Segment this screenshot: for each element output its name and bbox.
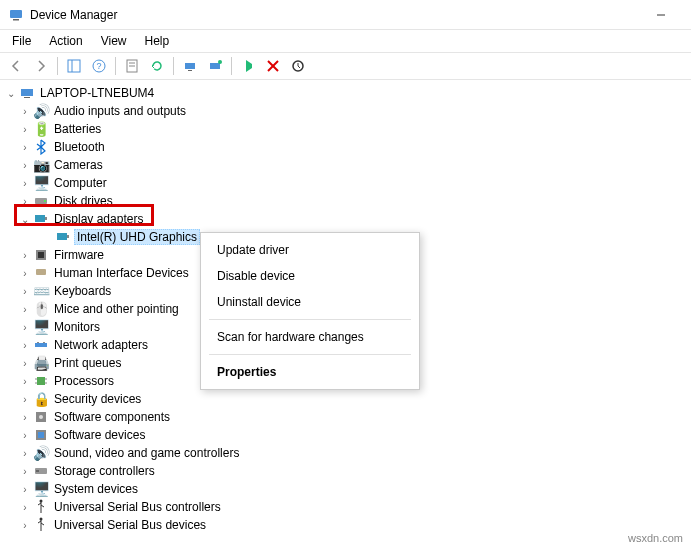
svg-rect-41: [36, 470, 39, 472]
expand-icon[interactable]: ›: [18, 392, 32, 406]
tree-node-security[interactable]: ›🔒Security devices: [2, 390, 689, 408]
tree-node-storage[interactable]: ›Storage controllers: [2, 462, 689, 480]
tree-node-usb-dev[interactable]: ›Universal Serial Bus devices: [2, 516, 689, 534]
expand-icon[interactable]: ›: [18, 284, 32, 298]
menu-action[interactable]: Action: [41, 32, 90, 50]
tree-node-bluetooth[interactable]: ›Bluetooth: [2, 138, 689, 156]
expand-icon[interactable]: ›: [18, 248, 32, 262]
svg-text:?: ?: [96, 61, 101, 71]
expand-icon[interactable]: ›: [18, 518, 32, 532]
expand-icon[interactable]: ›: [18, 320, 32, 334]
tree-node-computer[interactable]: ›🖥️Computer: [2, 174, 689, 192]
expand-icon[interactable]: ›: [18, 122, 32, 136]
svg-rect-30: [43, 342, 45, 343]
toolbar: ?: [0, 53, 691, 80]
expand-icon[interactable]: ›: [18, 428, 32, 442]
svg-rect-39: [38, 432, 44, 438]
collapse-icon[interactable]: ⌄: [4, 86, 18, 100]
expand-icon[interactable]: ›: [18, 338, 32, 352]
svg-point-20: [44, 200, 46, 202]
device-manager-icon: [8, 7, 24, 23]
svg-rect-12: [210, 63, 220, 69]
separator: [209, 354, 411, 355]
menu-view[interactable]: View: [93, 32, 135, 50]
ctx-properties[interactable]: Properties: [201, 359, 419, 385]
svg-point-42: [40, 500, 43, 503]
expand-icon[interactable]: ›: [18, 194, 32, 208]
expand-icon[interactable]: ›: [18, 104, 32, 118]
security-icon: 🔒: [33, 391, 49, 407]
expand-icon[interactable]: ›: [18, 500, 32, 514]
tree-node-audio[interactable]: ›🔊Audio inputs and outputs: [2, 102, 689, 120]
expand-icon[interactable]: ›: [18, 374, 32, 388]
separator: [231, 57, 232, 75]
ctx-scan-hardware[interactable]: Scan for hardware changes: [201, 324, 419, 350]
tree-node-cameras[interactable]: ›📷Cameras: [2, 156, 689, 174]
disk-icon: [33, 193, 49, 209]
refresh-button[interactable]: [145, 55, 169, 77]
tree-root-label: LAPTOP-LTNEBUM4: [38, 86, 156, 100]
tree-node-sound[interactable]: ›🔊Sound, video and game controllers: [2, 444, 689, 462]
camera-icon: 📷: [33, 157, 49, 173]
window-controls: [639, 0, 683, 30]
ctx-disable-device[interactable]: Disable device: [201, 263, 419, 289]
enable-button[interactable]: [236, 55, 260, 77]
menu-file[interactable]: File: [4, 32, 39, 50]
svg-point-13: [218, 60, 222, 64]
expand-icon[interactable]: ›: [18, 356, 32, 370]
tree-root[interactable]: ⌄ LAPTOP-LTNEBUM4: [2, 84, 689, 102]
forward-button[interactable]: [29, 55, 53, 77]
firmware-icon: [33, 247, 49, 263]
title-bar: Device Manager: [0, 0, 691, 30]
expand-icon[interactable]: ›: [18, 158, 32, 172]
svg-rect-29: [37, 342, 39, 343]
tree-node-system[interactable]: ›🖥️System devices: [2, 480, 689, 498]
display-adapter-icon: [55, 229, 71, 245]
scan-hardware-button[interactable]: [203, 55, 227, 77]
ctx-uninstall-device[interactable]: Uninstall device: [201, 289, 419, 315]
back-button[interactable]: [4, 55, 28, 77]
uninstall-button[interactable]: [261, 55, 285, 77]
expand-icon[interactable]: ›: [18, 176, 32, 190]
expand-icon[interactable]: ›: [18, 266, 32, 280]
tree-node-disk[interactable]: ›Disk drives: [2, 192, 689, 210]
tree-node-sw-dev[interactable]: ›Software devices: [2, 426, 689, 444]
computer-root-icon: [19, 85, 35, 101]
tree-node-sw-comp[interactable]: ›Software components: [2, 408, 689, 426]
separator: [57, 57, 58, 75]
expand-icon[interactable]: ›: [18, 446, 32, 460]
expand-icon[interactable]: ›: [18, 410, 32, 424]
watermark: wsxdn.com: [628, 532, 683, 544]
collapse-icon[interactable]: ⌄: [18, 212, 32, 226]
usb-icon: [33, 517, 49, 533]
minimize-button[interactable]: [639, 0, 683, 30]
show-hide-tree-button[interactable]: [62, 55, 86, 77]
menu-bar: File Action View Help: [0, 30, 691, 53]
separator: [115, 57, 116, 75]
battery-icon: 🔋: [33, 121, 49, 137]
menu-help[interactable]: Help: [137, 32, 178, 50]
svg-rect-3: [68, 60, 80, 72]
svg-rect-27: [36, 269, 46, 275]
svg-rect-22: [45, 217, 47, 220]
mouse-icon: 🖱️: [33, 301, 49, 317]
expand-icon[interactable]: ›: [18, 482, 32, 496]
svg-rect-28: [35, 343, 47, 347]
tree-node-usb-ctrl[interactable]: ›Universal Serial Bus controllers: [2, 498, 689, 516]
hid-icon: [33, 265, 49, 281]
ctx-update-driver[interactable]: Update driver: [201, 237, 419, 263]
expand-icon[interactable]: ›: [18, 464, 32, 478]
expand-icon[interactable]: ›: [18, 302, 32, 316]
properties-button[interactable]: [120, 55, 144, 77]
window-title: Device Manager: [30, 8, 639, 22]
context-menu: Update driver Disable device Uninstall d…: [200, 232, 420, 390]
disable-button[interactable]: [286, 55, 310, 77]
help-button[interactable]: ?: [87, 55, 111, 77]
tree-node-batteries[interactable]: ›🔋Batteries: [2, 120, 689, 138]
display-adapter-icon: [33, 211, 49, 227]
expand-icon[interactable]: ›: [18, 140, 32, 154]
bluetooth-icon: [33, 139, 49, 155]
update-driver-button[interactable]: [178, 55, 202, 77]
tree-node-display[interactable]: ⌄Display adapters: [2, 210, 689, 228]
svg-rect-10: [185, 63, 195, 69]
